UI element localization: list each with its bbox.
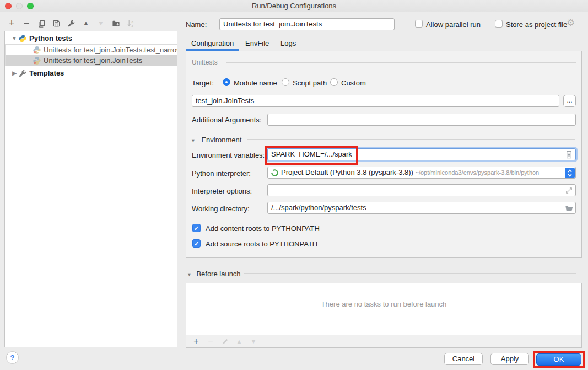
expand-icon[interactable] xyxy=(565,186,573,195)
python-test-icon xyxy=(33,46,41,55)
store-as-project-file-label: Store as project file xyxy=(506,20,567,29)
help-button[interactable]: ? xyxy=(6,351,19,364)
python-interpreter-path: ~/opt/miniconda3/envs/pyspark-3.8/bin/py… xyxy=(416,169,540,176)
tab-envfile[interactable]: EnvFile xyxy=(245,39,269,47)
environment-variables-label: Environment variables: xyxy=(192,151,265,159)
browse-variables-icon[interactable] xyxy=(565,151,573,159)
environment-divider xyxy=(247,139,575,140)
allow-parallel-run-label: Allow parallel run xyxy=(426,20,481,29)
copy-icon[interactable] xyxy=(37,19,46,28)
new-folder-icon[interactable] xyxy=(111,19,120,28)
allow-parallel-run-checkbox[interactable] xyxy=(415,20,423,28)
working-directory-value: /.../spark/python/pyspark/tests xyxy=(271,203,366,212)
add-content-roots-checkbox[interactable]: ✓ xyxy=(192,224,201,232)
name-input[interactable]: Unittests for test_join.JoinTests xyxy=(219,18,395,30)
working-directory-input[interactable]: /.../spark/python/pyspark/tests xyxy=(267,202,576,214)
radio-custom[interactable] xyxy=(330,78,338,86)
target-label: Target: xyxy=(192,79,214,87)
save-icon[interactable] xyxy=(52,19,61,28)
name-label: Name: xyxy=(186,20,207,29)
chevron-down-icon[interactable]: ▼ xyxy=(10,35,18,41)
tree-item-python-tests[interactable]: ▼ Python tests xyxy=(5,33,177,44)
run-configurations-tree: ▼ Python tests Unittests for test_join.J… xyxy=(4,31,177,347)
add-icon[interactable]: + xyxy=(7,19,16,28)
cancel-button[interactable]: Cancel xyxy=(444,353,483,365)
radio-module-name-label[interactable]: Module name xyxy=(234,79,277,87)
additional-arguments-input[interactable] xyxy=(267,114,576,126)
before-launch-panel: There are no tasks to run before launch … xyxy=(186,283,582,348)
add-source-roots-checkbox[interactable]: ✓ xyxy=(192,239,201,248)
radio-custom-label[interactable]: Custom xyxy=(341,79,366,87)
environment-collapse-icon[interactable]: ▼ xyxy=(191,138,196,143)
add-source-roots-label: Add source roots to PYTHONPATH xyxy=(206,240,317,248)
python-interpreter-value: Project Default (Python 3.8 (pyspark-3.8… xyxy=(281,168,413,176)
radio-script-path[interactable] xyxy=(282,78,289,86)
move-down-icon: ▼ xyxy=(96,19,105,28)
remove-task-icon: − xyxy=(206,337,215,346)
add-task-icon[interactable]: + xyxy=(192,337,201,346)
environment-section-label[interactable]: Environment xyxy=(201,136,241,144)
configuration-tab-panel: Unittests Target: Module name Script pat… xyxy=(186,51,582,258)
before-launch-header[interactable]: ▼ Before launch xyxy=(187,269,241,278)
browse-button[interactable]: ... xyxy=(563,95,576,107)
edit-task-pencil-icon xyxy=(220,337,229,346)
store-as-project-file-checkbox[interactable] xyxy=(495,20,503,28)
annotation-box-ok-button xyxy=(533,351,585,368)
combo-stepper-icon[interactable] xyxy=(565,168,575,178)
tree-item-label: Unittests for test_join.JoinTests.test_n… xyxy=(44,46,177,54)
tree-item-label: Templates xyxy=(29,69,64,77)
apply-button[interactable]: Apply xyxy=(490,353,529,365)
tree-item-unittest-narrow[interactable]: Unittests for test_join.JoinTests.test_n… xyxy=(6,45,177,55)
before-launch-toolbar: + − ▲ ▼ xyxy=(186,335,581,347)
tree-item-templates[interactable]: ▶ Templates xyxy=(5,68,177,78)
edit-defaults-wrench-icon[interactable] xyxy=(67,19,75,28)
interpreter-options-input[interactable] xyxy=(267,184,576,196)
tree-item-label: Unittests for test_join.JoinTests xyxy=(44,56,142,65)
before-launch-collapse-icon[interactable]: ▼ xyxy=(187,272,192,277)
tab-configuration[interactable]: Configuration xyxy=(191,39,234,47)
configurations-toolbar: + − ▲ ▼ az xyxy=(7,17,135,29)
python-icon xyxy=(18,34,27,43)
templates-wrench-icon xyxy=(18,69,27,78)
before-launch-label: Before launch xyxy=(196,270,240,278)
radio-script-path-label[interactable]: Script path xyxy=(293,79,327,87)
name-value: Unittests for test_join.JoinTests xyxy=(223,20,322,28)
radio-module-name[interactable] xyxy=(223,78,230,86)
chevron-right-icon[interactable]: ▶ xyxy=(10,70,18,76)
additional-arguments-label: Additional Arguments: xyxy=(192,116,261,124)
python-interpreter-label: Python interpreter: xyxy=(192,169,251,178)
python-interpreter-select[interactable]: Project Default (Python 3.8 (pyspark-3.8… xyxy=(267,167,576,179)
tree-item-label: Python tests xyxy=(29,34,72,42)
add-content-roots-label: Add content roots to PYTHONPATH xyxy=(206,224,320,233)
sort-alphabetically-icon: az xyxy=(126,19,135,28)
conda-env-icon xyxy=(271,169,279,177)
before-launch-divider xyxy=(244,273,576,274)
unittests-group-label: Unittests xyxy=(192,58,218,66)
task-move-down-icon: ▼ xyxy=(249,337,258,346)
interpreter-options-label: Interpreter options: xyxy=(192,187,252,195)
remove-icon[interactable]: − xyxy=(22,19,31,28)
tree-item-unittest-jointests-selected[interactable]: Unittests for test_join.JoinTests xyxy=(6,55,177,66)
tab-logs[interactable]: Logs xyxy=(280,39,296,47)
group-divider xyxy=(226,62,576,63)
task-move-up-icon: ▲ xyxy=(235,337,244,346)
move-up-icon[interactable]: ▲ xyxy=(82,19,90,28)
target-input[interactable]: test_join.JoinTests xyxy=(192,95,559,107)
svg-text:z: z xyxy=(131,24,133,28)
python-test-icon xyxy=(33,56,41,65)
annotation-box-env-variables xyxy=(265,146,358,165)
target-value: test_join.JoinTests xyxy=(196,96,254,105)
window-title: Run/Debug Configurations xyxy=(0,2,588,10)
folder-icon[interactable] xyxy=(565,204,573,212)
gear-icon[interactable]: ⚙ xyxy=(567,17,575,29)
titlebar: Run/Debug Configurations xyxy=(0,0,588,12)
tree-child-group: Unittests for test_join.JoinTests.test_n… xyxy=(5,44,177,66)
working-directory-label: Working directory: xyxy=(192,205,250,213)
before-launch-empty-text: There are no tasks to run before launch xyxy=(186,300,581,308)
svg-text:a: a xyxy=(131,19,133,23)
